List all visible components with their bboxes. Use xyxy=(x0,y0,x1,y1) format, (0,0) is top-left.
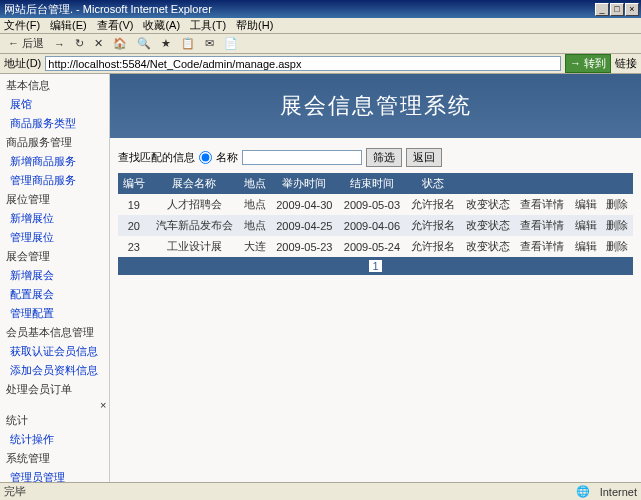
table-header xyxy=(570,173,602,194)
menu-view[interactable]: 查看(V) xyxy=(97,18,134,33)
table-header: 地点 xyxy=(239,173,271,194)
sidebar-link[interactable]: 管理商品服务 xyxy=(0,171,109,190)
sidebar-link[interactable]: 统计操作 xyxy=(0,430,109,449)
table-action-a4[interactable]: 编辑 xyxy=(570,236,602,257)
sidebar-group[interactable]: 系统管理 xyxy=(0,449,109,468)
table-action-a2[interactable]: 改变状态 xyxy=(460,215,515,236)
table-cell-start[interactable]: 2009-05-23 xyxy=(271,236,339,257)
table-action-a3[interactable]: 查看详情 xyxy=(515,236,570,257)
close-button[interactable]: × xyxy=(625,3,639,16)
sidebar-link[interactable]: 商品服务类型 xyxy=(0,114,109,133)
table-cell-start[interactable]: 2009-04-30 xyxy=(271,194,339,215)
main-panel: 展会信息管理系统 查找匹配的信息 名称 筛选 返回 编号展会名称地点举办时间结束… xyxy=(110,74,641,482)
sidebar-group[interactable]: 处理会员订单 xyxy=(0,380,109,399)
sidebar-link[interactable]: 配置展会 xyxy=(0,285,109,304)
data-table: 编号展会名称地点举办时间结束时间状态 19人才招聘会地点2009-04-3020… xyxy=(118,173,633,275)
go-button[interactable]: → 转到 xyxy=(565,54,611,73)
history-icon[interactable]: 📋 xyxy=(177,36,199,51)
menu-edit[interactable]: 编辑(E) xyxy=(50,18,87,33)
back-button[interactable]: ← 后退 xyxy=(4,35,48,52)
sidebar-group[interactable]: 基本信息 xyxy=(0,76,109,95)
filter-radio-name[interactable] xyxy=(199,151,212,164)
return-button[interactable]: 返回 xyxy=(406,148,442,167)
table-cell-end[interactable]: 2009-05-24 xyxy=(338,236,406,257)
table-action-a1[interactable]: 允许报名 xyxy=(406,236,461,257)
sidebar-group[interactable]: 展会管理 xyxy=(0,247,109,266)
table-action-a2[interactable]: 改变状态 xyxy=(460,236,515,257)
sidebar-link[interactable]: 添加会员资料信息 xyxy=(0,361,109,380)
table-cell-name: 汽车新品发布会 xyxy=(150,215,239,236)
table-action-a1[interactable]: 允许报名 xyxy=(406,215,461,236)
maximize-button[interactable]: □ xyxy=(610,3,624,16)
mail-icon[interactable]: ✉ xyxy=(201,36,218,51)
table-action-a5[interactable]: 删除 xyxy=(601,194,633,215)
table-row: 19人才招聘会地点2009-04-302009-05-03允许报名改变状态查看详… xyxy=(118,194,633,215)
sidebar-link[interactable]: 新增展位 xyxy=(0,209,109,228)
sidebar-link[interactable]: 管理展位 xyxy=(0,228,109,247)
sidebar-group[interactable]: 会员基本信息管理 xyxy=(0,323,109,342)
zone-label: Internet xyxy=(600,486,637,498)
table-cell-loc: 地点 xyxy=(239,194,271,215)
table-cell-id: 20 xyxy=(118,215,150,236)
sidebar-link[interactable]: 新增展会 xyxy=(0,266,109,285)
table-header: 举办时间 xyxy=(271,173,339,194)
sidebar-link[interactable]: 管理配置 xyxy=(0,304,109,323)
page-number[interactable]: 1 xyxy=(369,260,381,272)
home-icon[interactable]: 🏠 xyxy=(109,36,131,51)
content-area: 基本信息展馆商品服务类型商品服务管理新增商品服务管理商品服务展位管理新增展位管理… xyxy=(0,74,641,482)
menu-help[interactable]: 帮助(H) xyxy=(236,18,273,33)
filter-input[interactable] xyxy=(242,150,362,165)
table-action-a5[interactable]: 删除 xyxy=(601,215,633,236)
sidebar-group[interactable]: 统计 xyxy=(0,411,109,430)
table-action-a1[interactable]: 允许报名 xyxy=(406,194,461,215)
forward-button[interactable]: → xyxy=(50,37,69,51)
sidebar: 基本信息展馆商品服务类型商品服务管理新增商品服务管理商品服务展位管理新增展位管理… xyxy=(0,74,110,482)
table-cell-loc: 大连 xyxy=(239,236,271,257)
status-bar: 完毕 🌐 Internet xyxy=(0,482,641,500)
table-header xyxy=(601,173,633,194)
address-input[interactable] xyxy=(45,56,561,71)
sidebar-group[interactable]: 展位管理 xyxy=(0,190,109,209)
menu-file[interactable]: 文件(F) xyxy=(4,18,40,33)
sidebar-close-icon[interactable]: × xyxy=(0,399,110,411)
window-title: 网站后台管理. - Microsoft Internet Explorer xyxy=(2,2,595,17)
table-action-a4[interactable]: 编辑 xyxy=(570,194,602,215)
table-header-row: 编号展会名称地点举办时间结束时间状态 xyxy=(118,173,633,194)
links-label[interactable]: 链接 xyxy=(615,56,637,71)
table-cell-start[interactable]: 2009-04-25 xyxy=(271,215,339,236)
filter-bar: 查找匹配的信息 名称 筛选 返回 xyxy=(118,148,633,167)
main-body: 查找匹配的信息 名称 筛选 返回 编号展会名称地点举办时间结束时间状态 19人才… xyxy=(110,138,641,285)
table-header xyxy=(515,173,570,194)
table-cell-name: 工业设计展 xyxy=(150,236,239,257)
window-titlebar: 网站后台管理. - Microsoft Internet Explorer _ … xyxy=(0,0,641,18)
search-icon[interactable]: 🔍 xyxy=(133,36,155,51)
filter-button[interactable]: 筛选 xyxy=(366,148,402,167)
refresh-icon[interactable]: ↻ xyxy=(71,36,88,51)
address-bar: 地址(D) → 转到 链接 xyxy=(0,54,641,74)
table-action-a3[interactable]: 查看详情 xyxy=(515,194,570,215)
sidebar-link[interactable]: 展馆 xyxy=(0,95,109,114)
minimize-button[interactable]: _ xyxy=(595,3,609,16)
table-cell-end[interactable]: 2009-04-06 xyxy=(338,215,406,236)
table-header: 展会名称 xyxy=(150,173,239,194)
favorites-icon[interactable]: ★ xyxy=(157,36,175,51)
table-action-a5[interactable]: 删除 xyxy=(601,236,633,257)
print-icon[interactable]: 📄 xyxy=(220,36,242,51)
status-text: 完毕 xyxy=(4,484,566,499)
table-action-a2[interactable]: 改变状态 xyxy=(460,194,515,215)
table-cell-name: 人才招聘会 xyxy=(150,194,239,215)
stop-icon[interactable]: ✕ xyxy=(90,36,107,51)
address-label: 地址(D) xyxy=(4,56,41,71)
menu-favorites[interactable]: 收藏(A) xyxy=(143,18,180,33)
sidebar-group[interactable]: 商品服务管理 xyxy=(0,133,109,152)
table-action-a3[interactable]: 查看详情 xyxy=(515,215,570,236)
table-cell-end[interactable]: 2009-05-03 xyxy=(338,194,406,215)
toolbar: ← 后退 → ↻ ✕ 🏠 🔍 ★ 📋 ✉ 📄 xyxy=(0,34,641,54)
table-row: 23工业设计展大连2009-05-232009-05-24允许报名改变状态查看详… xyxy=(118,236,633,257)
table-action-a4[interactable]: 编辑 xyxy=(570,215,602,236)
sidebar-link[interactable]: 管理员管理 xyxy=(0,468,109,482)
sidebar-link[interactable]: 新增商品服务 xyxy=(0,152,109,171)
table-pager: 1 xyxy=(118,257,633,275)
menu-tools[interactable]: 工具(T) xyxy=(190,18,226,33)
sidebar-link[interactable]: 获取认证会员信息 xyxy=(0,342,109,361)
